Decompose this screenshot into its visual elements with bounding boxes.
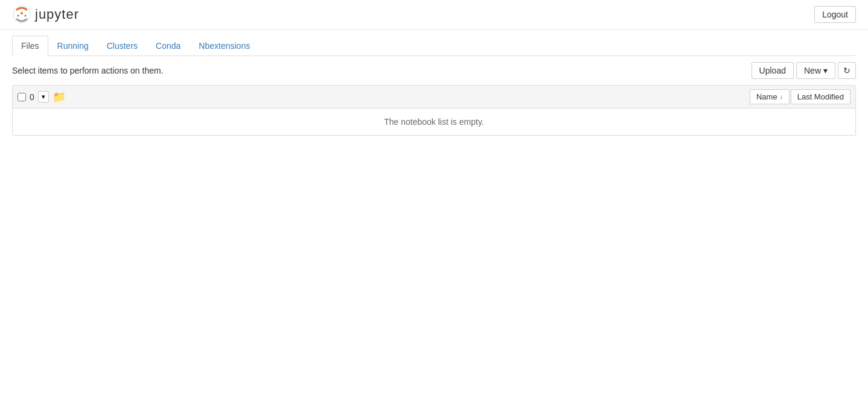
select-count: 0 [30, 92, 34, 102]
file-list-header-left: 0 ▾ 📁 [18, 90, 750, 104]
file-list-header: 0 ▾ 📁 Name ↓ Last Modified [13, 86, 855, 109]
name-label: Name [756, 92, 777, 101]
upload-button[interactable]: Upload [752, 62, 794, 79]
svg-point-3 [25, 15, 27, 17]
tab-running[interactable]: Running [48, 36, 98, 56]
file-list-container: 0 ▾ 📁 Name ↓ Last Modified The notebook … [12, 85, 856, 136]
sort-by-name-button[interactable]: Name ↓ [750, 89, 790, 104]
tab-clusters[interactable]: Clusters [98, 36, 147, 56]
tab-files[interactable]: Files [12, 36, 48, 56]
logo-area: jupyter [12, 5, 79, 24]
svg-point-1 [21, 12, 23, 14]
file-list-header-right: Name ↓ Last Modified [750, 89, 850, 104]
new-label: New [804, 66, 821, 75]
logo-text: jupyter [35, 7, 79, 22]
toolbar-row: Select items to perform actions on them.… [12, 62, 856, 79]
empty-message: The notebook list is empty. [13, 109, 855, 135]
svg-point-2 [18, 15, 19, 17]
new-button[interactable]: New ▾ [796, 62, 835, 79]
tabs-nav: Files Running Clusters Conda Nbextension… [12, 36, 856, 56]
toolbar-right: Upload New ▾ ↻ [752, 62, 856, 79]
new-dropdown-arrow: ▾ [823, 66, 828, 75]
jupyter-logo-icon [12, 5, 31, 24]
select-dropdown-button[interactable]: ▾ [38, 91, 49, 103]
select-all-checkbox[interactable] [18, 93, 26, 101]
new-folder-icon[interactable]: 📁 [53, 90, 66, 104]
header: jupyter Logout [0, 0, 868, 30]
refresh-button[interactable]: ↻ [838, 62, 856, 79]
main-content: Files Running Clusters Conda Nbextension… [0, 30, 868, 142]
sort-by-last-modified-button[interactable]: Last Modified [791, 89, 850, 104]
sort-arrow-icon: ↓ [780, 93, 783, 100]
tab-nbextensions[interactable]: Nbextensions [190, 36, 259, 56]
tab-conda[interactable]: Conda [147, 36, 190, 56]
select-message: Select items to perform actions on them. [12, 66, 164, 75]
logout-button[interactable]: Logout [814, 6, 856, 23]
